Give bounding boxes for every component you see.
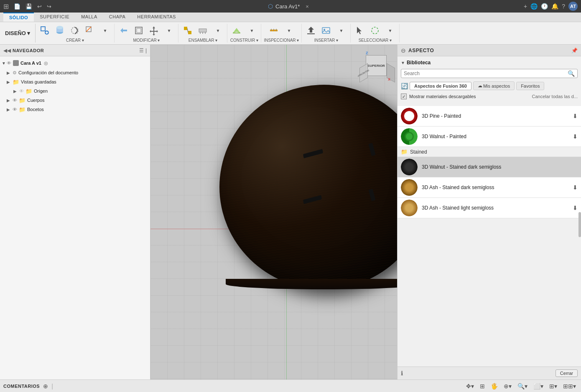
viewport[interactable]: SUPERIOR FRONTAL Z X: [150, 45, 397, 379]
cuerpos-eye-icon[interactable]: 👁: [13, 98, 17, 103]
ensamblar-more-icon[interactable]: ▼: [211, 24, 224, 37]
nav-item-origen[interactable]: ▶ 👁 📁 Origen: [0, 86, 150, 96]
tool-grid-icon[interactable]: ⊞: [478, 382, 487, 390]
modificar-push-pull-icon[interactable]: [117, 24, 130, 37]
crear-revolve-icon[interactable]: [68, 24, 82, 37]
cube-left-face[interactable]: FRONTAL: [359, 63, 368, 83]
insertar-image-icon[interactable]: [319, 24, 333, 37]
nav-settings-icon[interactable]: ☰: [139, 48, 144, 53]
tool-zoom-icon[interactable]: 🔍▾: [516, 382, 529, 390]
downloadable-checkbox[interactable]: [401, 94, 407, 99]
modificar-more-icon[interactable]: ▼: [162, 24, 176, 37]
root-target-icon[interactable]: ◎: [44, 61, 48, 66]
nav-item-cuerpos[interactable]: ▶ 👁 📁 Cuerpos: [0, 96, 150, 105]
tab-solido[interactable]: SÓLIDO: [3, 13, 34, 22]
seleccionar-dashed-icon[interactable]: [368, 24, 382, 37]
nav-back-icon[interactable]: ◀◀: [3, 48, 11, 53]
sync-icon[interactable]: 🔄: [401, 83, 408, 89]
tool-hand-icon[interactable]: 🖐: [489, 382, 499, 390]
origen-chevron[interactable]: ▶: [13, 89, 19, 94]
material-item-walnut-stained[interactable]: 3D Walnut - Stained dark semigloss: [398, 157, 581, 177]
app-grid-icon[interactable]: ⊞: [3, 3, 9, 10]
config-chevron[interactable]: ▶: [7, 71, 13, 75]
tab-mis-aspectos[interactable]: ☁ Mis aspectos: [473, 81, 515, 90]
crear-sketch-icon[interactable]: [83, 24, 97, 37]
tab-malla[interactable]: MALLA: [75, 13, 103, 22]
vistas-chevron[interactable]: ▶: [7, 80, 13, 84]
undo-icon[interactable]: ↩: [36, 3, 43, 10]
ensamblar-joint-icon[interactable]: [181, 24, 194, 37]
nav-root-item[interactable]: ▼ 👁 Cara A v1 ◎: [0, 58, 150, 68]
crear-new-body-icon[interactable]: [38, 24, 51, 37]
cuerpos-chevron[interactable]: ▶: [7, 98, 13, 103]
new-file-icon[interactable]: 📄: [12, 3, 22, 10]
crear-extrude-icon[interactable]: [53, 24, 66, 37]
search-box[interactable]: 🔍: [401, 69, 578, 78]
crear-more-icon[interactable]: ▼: [98, 24, 112, 37]
aspecto-info-icon[interactable]: ℹ: [401, 370, 403, 377]
insertar-import-icon[interactable]: [304, 24, 318, 37]
material-item-walnut-painted[interactable]: 3D Walnut - Painted ⬇: [398, 126, 581, 147]
nav-item-vistas[interactable]: ▶ 📁 Vistas guardadas: [0, 77, 150, 86]
design-dropdown[interactable]: DISEÑO ▾: [0, 24, 36, 43]
seleccionar-cursor-icon[interactable]: [353, 24, 367, 37]
online-icon[interactable]: 🌐: [530, 3, 538, 10]
ash-light-download-icon[interactable]: ⬇: [573, 205, 578, 211]
tab-superficie[interactable]: SUPERFICIE: [34, 13, 75, 22]
search-input[interactable]: [404, 71, 568, 76]
material-item-pine-painted[interactable]: 3D Pine - Painted ⬇: [398, 106, 581, 126]
user-avatar[interactable]: AT: [568, 2, 578, 11]
tab-chapa[interactable]: CHAPA: [103, 13, 132, 22]
view-cube[interactable]: SUPERIOR FRONTAL Z X: [359, 49, 393, 82]
seleccionar-more-icon[interactable]: ▼: [383, 24, 397, 37]
material-item-ash-light[interactable]: 3D Ash - Stained light semigloss ⬇: [398, 198, 581, 218]
bocetos-chevron[interactable]: ▶: [7, 107, 13, 112]
cube-top-face[interactable]: SUPERIOR: [366, 55, 387, 76]
bell-icon[interactable]: 🔔: [551, 3, 558, 10]
nav-item-bocetos[interactable]: ▶ 👁 📁 Bocetos: [0, 105, 150, 114]
redo-icon[interactable]: ↪: [45, 3, 53, 10]
ash-dark-download-icon[interactable]: ⬇: [573, 184, 578, 191]
nav-collapse-icon[interactable]: |: [145, 48, 147, 53]
aspecto-pin-icon[interactable]: 📌: [571, 48, 578, 53]
pine-painted-download-icon[interactable]: ⬇: [573, 113, 578, 119]
ensamblar-ground-icon[interactable]: [196, 24, 209, 37]
root-eye-icon[interactable]: 👁: [7, 61, 11, 66]
tab-fusion-aspectos[interactable]: Aspectos de Fusion 360: [410, 82, 471, 90]
close-tab-icon[interactable]: ×: [306, 3, 309, 10]
top-bar: ⊞ 📄 💾 ↩ ↪ ⬡ Cara Av1* × + 🌐 🕐 🔔 ? AT: [0, 0, 581, 13]
bocetos-eye-icon[interactable]: 👁: [13, 107, 17, 112]
cerrar-button[interactable]: Cerrar: [556, 369, 578, 377]
add-comment-icon[interactable]: ⊕: [43, 383, 48, 389]
construir-more-icon[interactable]: ▼: [245, 24, 258, 37]
stained-folder[interactable]: 📁 Stained: [398, 147, 581, 157]
history-icon[interactable]: 🕐: [541, 3, 548, 10]
tool-apps-icon[interactable]: ⊞⊞▾: [561, 382, 578, 390]
modificar-shell-icon[interactable]: [132, 24, 145, 37]
tool-display-icon[interactable]: ⬜▾: [532, 382, 545, 390]
biblioteca-chevron[interactable]: ▼: [401, 61, 405, 65]
walnut-painted-download-icon[interactable]: ⬇: [573, 133, 578, 140]
search-icon[interactable]: 🔍: [568, 70, 575, 77]
construir-plane-icon[interactable]: [230, 24, 243, 37]
origen-eye-icon[interactable]: 👁: [19, 89, 24, 94]
tool-move-icon[interactable]: ✥▾: [464, 382, 476, 390]
tab-favoritos[interactable]: Favoritos: [516, 82, 544, 90]
material-item-ash-dark[interactable]: 3D Ash - Stained dark semigloss ⬇: [398, 177, 581, 198]
insertar-more-icon[interactable]: ▼: [334, 24, 348, 37]
aspecto-minus-icon[interactable]: ⊖: [401, 47, 406, 54]
nav-item-config[interactable]: ▶ ⚙ Configuración del documento: [0, 68, 150, 77]
tool-grid2-icon[interactable]: ⊞▾: [548, 382, 559, 390]
inspeccionar-more-icon[interactable]: ▼: [282, 24, 296, 37]
modificar-move-icon[interactable]: [147, 24, 161, 37]
add-tab-icon[interactable]: +: [524, 3, 527, 10]
save-icon[interactable]: 💾: [24, 3, 34, 10]
scrollbar-thumb[interactable]: [578, 212, 581, 237]
help-icon[interactable]: ?: [562, 3, 565, 10]
inspeccionar-measure-icon[interactable]: [267, 24, 280, 37]
root-chevron[interactable]: ▼: [2, 61, 7, 66]
tab-herramientas[interactable]: HERRAMIENTAS: [131, 13, 182, 22]
tool-orbit-icon[interactable]: ⊕▾: [502, 382, 513, 390]
biblioteca-header[interactable]: ▼ Biblioteca: [401, 60, 578, 66]
cancel-downloads-link[interactable]: Cancelar todas las d...: [532, 94, 578, 99]
